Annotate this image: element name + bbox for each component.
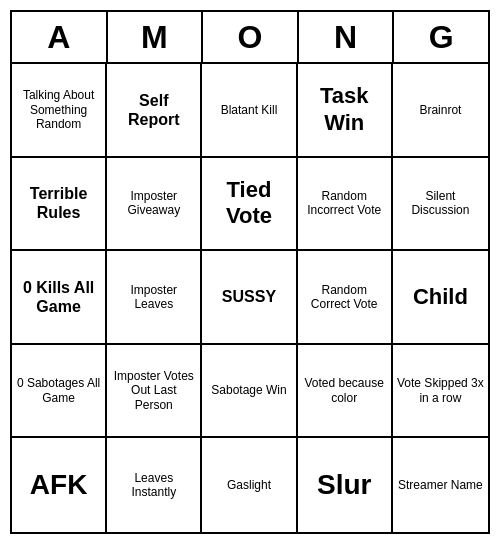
cell-24: Streamer Name: [393, 438, 488, 532]
cell-6: Imposter Giveaway: [107, 158, 202, 252]
cell-12: SUSSY: [202, 251, 297, 345]
header-letter-N: N: [299, 12, 395, 64]
header-letter-A: A: [12, 12, 108, 64]
cell-14: Child: [393, 251, 488, 345]
cell-1: Self Report: [107, 64, 202, 158]
header-letter-M: M: [108, 12, 204, 64]
cell-13: Random Correct Vote: [298, 251, 393, 345]
cell-7: Tied Vote: [202, 158, 297, 252]
cell-23: Slur: [298, 438, 393, 532]
cell-5: Terrible Rules: [12, 158, 107, 252]
cell-9: Silent Discussion: [393, 158, 488, 252]
cell-22: Gaslight: [202, 438, 297, 532]
cell-4: Brainrot: [393, 64, 488, 158]
cell-0: Talking About Something Random: [12, 64, 107, 158]
cell-3: Task Win: [298, 64, 393, 158]
header-letter-O: O: [203, 12, 299, 64]
header-row: AMONG: [12, 12, 488, 64]
cell-8: Random Incorrect Vote: [298, 158, 393, 252]
cell-10: 0 Kills All Game: [12, 251, 107, 345]
cell-11: Imposter Leaves: [107, 251, 202, 345]
cell-18: Voted because color: [298, 345, 393, 439]
bingo-card: AMONG Talking About Something RandomSelf…: [10, 10, 490, 534]
cell-15: 0 Sabotages All Game: [12, 345, 107, 439]
cell-19: Vote Skipped 3x in a row: [393, 345, 488, 439]
cell-2: Blatant Kill: [202, 64, 297, 158]
bingo-grid: Talking About Something RandomSelf Repor…: [12, 64, 488, 532]
header-letter-G: G: [394, 12, 488, 64]
cell-20: AFK: [12, 438, 107, 532]
cell-17: Sabotage Win: [202, 345, 297, 439]
cell-16: Imposter Votes Out Last Person: [107, 345, 202, 439]
cell-21: Leaves Instantly: [107, 438, 202, 532]
